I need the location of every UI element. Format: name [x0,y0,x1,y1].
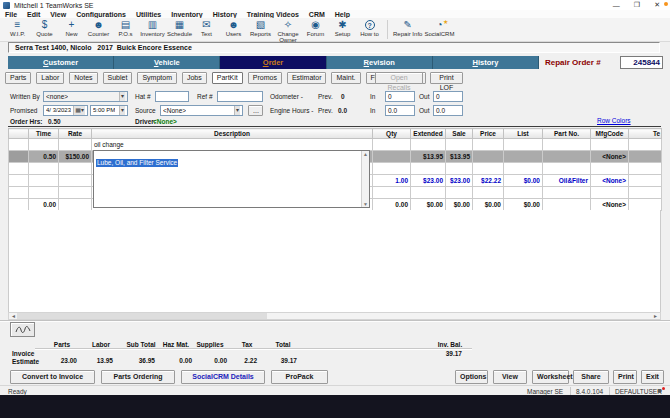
row-indicator[interactable] [9,163,29,175]
labor-button[interactable]: Labor [36,72,64,84]
row-indicator[interactable] [9,175,29,187]
col-header-part-no[interactable]: Part No. [543,129,591,139]
toolbar-change-owner-button[interactable]: ✧ Change Owner [274,18,302,41]
close-button[interactable]: ✕ [654,1,660,9]
source-select[interactable]: <None>▾ [160,105,243,116]
notes-button[interactable]: Notes [69,72,97,84]
odometer-in-input[interactable]: 0 [385,91,415,102]
source-more-button[interactable]: ... [248,105,263,116]
promos-button[interactable]: Promos [248,72,282,84]
print-lof-button[interactable]: Print LOF [430,72,463,84]
toolbar-new-button[interactable]: + New [58,18,85,41]
maximize-button[interactable]: ❐ [634,1,640,9]
repair-info-icon: ✎ [404,19,412,30]
share-button[interactable]: Share ∨ [573,370,609,384]
description-editor[interactable]: Lube, Oil, and Filter Service ▲ ▼ [93,150,370,208]
menu-item-edit[interactable]: Edit [22,11,45,18]
col-header-description[interactable]: Description [92,129,373,139]
tab-customer[interactable]: Customer [8,56,114,69]
scrollbar-thumb[interactable] [17,313,267,319]
description-cell[interactable]: oil change [92,139,373,151]
socialcrm-details-button[interactable]: SocialCRM Details [181,370,265,384]
toolbar-counter-button[interactable]: ☻ Counter [85,18,112,41]
menu-item-help[interactable]: Help [330,11,355,18]
parts-ordering-button[interactable]: Parts Ordering [101,370,175,384]
written-by-select[interactable]: <none>▾ [43,91,128,102]
toolbar-how-to-button[interactable]: ? How to [356,18,383,41]
menu-item-crm[interactable]: CRM [304,11,330,18]
toolbar-inventory-button[interactable]: ▥ Inventory [139,18,166,41]
grid-row-1[interactable]: oil change [9,139,662,151]
menu-item-training-videos[interactable]: Training Videos [242,11,304,18]
promised-time-select[interactable]: 5:00 PM▾ [90,105,128,116]
promised-date-picker[interactable]: 4/ 3/2023▦▾ [43,105,88,116]
row-indicator[interactable] [9,139,29,151]
toolbar-reports-button[interactable]: ▧ Reports [247,18,274,41]
convert-to-invoice-button[interactable]: Convert to Invoice [10,370,95,384]
selected-description-text[interactable]: Lube, Oil, and Filter Service [96,159,178,167]
menu-item-history[interactable]: History [208,11,242,18]
jobs-button[interactable]: Jobs [182,72,207,84]
maint-button[interactable]: Maint. [331,72,360,84]
minimize-button[interactable]: — [613,2,620,9]
row-colors-link[interactable]: Row Colors [597,117,631,124]
toolbar-pos-button[interactable]: ▤ P.O.s [112,18,139,41]
toolbar-users-button[interactable]: ☻ Users [220,18,247,41]
editor-scrollbar[interactable]: ▲ ▼ [361,151,369,207]
menu-item-inventory[interactable]: Inventory [166,11,208,18]
scroll-up-icon[interactable]: ▲ [363,151,368,157]
col-header-tech[interactable]: Te [629,129,662,139]
exit-button[interactable]: Exit [641,370,664,384]
hat-input[interactable] [155,91,189,102]
col-header-time[interactable]: Time [29,129,59,139]
scroll-down-icon[interactable]: ▼ [363,201,368,207]
partkit-button[interactable]: PartKit [212,72,243,84]
row-indicator[interactable] [9,199,29,211]
toolbar-quote-button[interactable]: $ Quote [31,18,58,41]
col-header-extended[interactable]: Extended [411,129,446,139]
col-header-qty[interactable]: Qty [373,129,411,139]
col-header-list[interactable]: List [504,129,543,139]
driver-value[interactable]: <None> [153,118,177,125]
options-button[interactable]: Options [455,370,488,384]
tab-history[interactable]: History [433,56,539,69]
row-indicator[interactable] [9,151,29,163]
scroll-right-icon[interactable]: ► [653,313,658,319]
toolbar-repair-info-button[interactable]: ✎ Repair Info [392,18,423,41]
estimator-button[interactable]: Estimator [287,72,327,84]
menu-item-file[interactable]: File [0,11,22,18]
menu-item-utilities[interactable]: Utilities [131,11,166,18]
menu-item-configurations[interactable]: Configurations [71,11,131,18]
parts-button[interactable]: Parts [5,72,31,84]
propack-button[interactable]: ProPack [271,370,328,384]
tab-vehicle[interactable]: Vehicle [114,56,220,69]
toolbar-socialcrm-button[interactable]: ◔★ SocialCRM [423,18,455,41]
engine-in-input[interactable]: 0.0 [385,105,415,116]
worksheet-button[interactable]: Worksheet [532,370,569,384]
col-header-sale[interactable]: Sale [446,129,473,139]
toolbar-setup-button[interactable]: ✱ Setup [329,18,356,41]
print-button[interactable]: Print [613,370,637,384]
tab-order[interactable]: Order [220,56,326,69]
col-header-rate[interactable]: Rate [59,129,92,139]
toolbar-schedule-button[interactable]: ▦ Schedule [166,18,193,41]
misc-tool-button[interactable] [10,322,35,337]
users-icon: ☻ [228,19,239,30]
odometer-out-input[interactable]: 0 [433,91,463,102]
scroll-left-icon[interactable]: ◄ [11,313,16,319]
row-indicator[interactable] [9,187,29,199]
symptom-button[interactable]: Symptom [137,72,177,84]
grid-horizontal-scrollbar[interactable]: ◄ ► [8,312,661,320]
open-recalls-button[interactable]: Open Recalls [375,72,423,84]
col-header-price[interactable]: Price [473,129,504,139]
col-header-mfgcode[interactable]: MfgCode [591,129,629,139]
toolbar-wip-button[interactable]: ≡ W.I.P. [4,18,31,41]
toolbar-text-button[interactable]: ✉ Text [193,18,220,41]
engine-out-input[interactable]: 0.0 [433,105,463,116]
tab-revision[interactable]: Revision [327,56,433,69]
ref-input[interactable] [217,91,263,102]
menu-item-view[interactable]: View [45,11,71,18]
toolbar-forum-button[interactable]: ◉ Forum [302,18,329,41]
view-po-button[interactable]: View PO [493,370,527,384]
sublet-button[interactable]: Sublet [103,72,133,84]
